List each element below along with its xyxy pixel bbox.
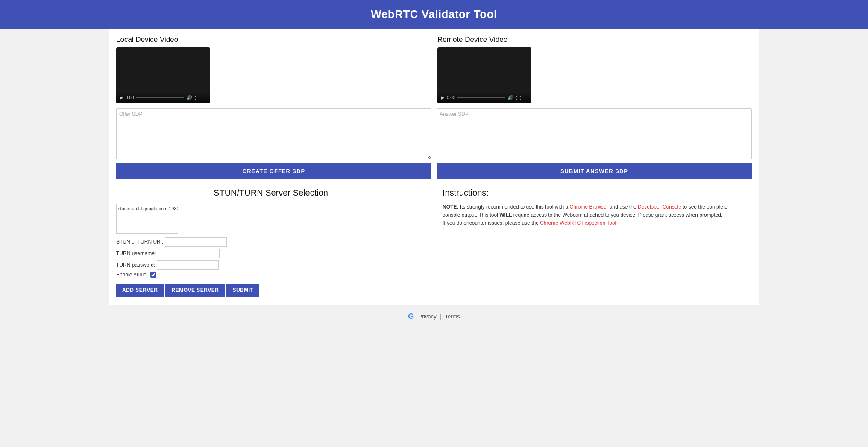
- local-menu-icon[interactable]: ⋮: [202, 95, 207, 100]
- enable-audio-checkbox[interactable]: [150, 272, 156, 278]
- privacy-link[interactable]: Privacy: [418, 313, 437, 320]
- local-time-display: 0:00: [126, 95, 134, 100]
- and-text: and use the: [608, 204, 638, 210]
- stun-submit-button[interactable]: SUBMIT: [226, 284, 259, 297]
- stun-title: STUN/TURN Server Selection: [116, 188, 425, 198]
- terms-link[interactable]: Terms: [445, 313, 460, 320]
- google-g-icon: G: [408, 312, 414, 321]
- footer-links: Privacy | Terms: [418, 313, 460, 320]
- remote-play-icon[interactable]: ▶: [441, 95, 444, 100]
- stun-servers-box[interactable]: stun:stun1.l.google.com:19302: [116, 204, 178, 234]
- stun-panel: STUN/TURN Server Selection stun:stun1.l.…: [116, 188, 438, 297]
- main-content: Local Device Video ▶ 0:00 🔊 ⛶ ⋮ Remote D…: [109, 29, 759, 305]
- turn-password-input[interactable]: [157, 260, 219, 270]
- instructions-title: Instructions:: [443, 188, 752, 198]
- stun-server-entry: stun:stun1.l.google.com:19302: [118, 206, 176, 212]
- local-video-controls: ▶ 0:00 🔊 ⛶ ⋮: [116, 92, 210, 103]
- create-offer-button[interactable]: CREATE OFFER SDP: [116, 163, 431, 179]
- offer-sdp-panel: [116, 108, 431, 159]
- local-video-label: Local Device Video: [116, 35, 431, 44]
- instructions-panel: Instructions: NOTE: Its strongly recomme…: [438, 188, 752, 297]
- note-line2: If you do encounter issues, please use t…: [443, 220, 540, 226]
- page-footer: G Privacy | Terms: [0, 305, 868, 329]
- footer-divider: |: [440, 313, 442, 320]
- local-video-player: ▶ 0:00 🔊 ⛶ ⋮: [116, 47, 210, 103]
- remote-video-label: Remote Device Video: [437, 35, 752, 44]
- note-prefix: NOTE:: [443, 204, 458, 210]
- remote-time-display: 0:00: [447, 95, 455, 100]
- webrtc-inspection-link[interactable]: Chrome WebRTC Inspection Tool: [540, 220, 616, 226]
- offer-sdp-textarea[interactable]: [116, 108, 431, 159]
- turn-password-row: TURN password:: [116, 260, 425, 270]
- remove-server-button[interactable]: REMOVE SERVER: [165, 284, 225, 297]
- submit-answer-button[interactable]: SUBMIT ANSWER SDP: [437, 163, 752, 179]
- local-volume-icon[interactable]: 🔊: [186, 95, 192, 100]
- stun-uri-input[interactable]: [165, 237, 227, 247]
- remote-fullscreen-icon[interactable]: ⛶: [516, 95, 521, 100]
- remote-menu-icon[interactable]: ⋮: [523, 95, 528, 100]
- turn-password-label: TURN password:: [116, 262, 155, 268]
- instructions-note: NOTE: Its strongly recommended to use th…: [443, 203, 733, 228]
- answer-sdp-textarea[interactable]: [437, 108, 752, 159]
- enable-audio-row: Enable Audio:: [116, 272, 425, 278]
- action-button-row: CREATE OFFER SDP SUBMIT ANSWER SDP: [116, 163, 752, 179]
- will-text: WILL: [499, 212, 512, 218]
- note-text: Its strongly recommended to use this too…: [458, 204, 569, 210]
- app-title: WebRTC Validator Tool: [0, 8, 868, 21]
- google-logo: G: [408, 312, 414, 321]
- enable-audio-label: Enable Audio:: [116, 272, 148, 278]
- remote-video-progress: [457, 97, 505, 98]
- note-end2: require access to the Webcam attached to…: [512, 212, 723, 218]
- stun-uri-row: STUN or TURN URI:: [116, 237, 425, 247]
- chrome-browser-link[interactable]: Chrome Browser: [569, 204, 608, 210]
- add-server-button[interactable]: ADD SERVER: [116, 284, 164, 297]
- remote-volume-icon[interactable]: 🔊: [507, 95, 513, 100]
- remote-video-panel: Remote Device Video ▶ 0:00 🔊 ⛶ ⋮: [434, 35, 752, 103]
- turn-username-row: TURN username:: [116, 249, 425, 258]
- app-header: WebRTC Validator Tool: [0, 0, 868, 29]
- local-play-icon[interactable]: ▶: [120, 95, 123, 100]
- developer-console-link[interactable]: Developer Console: [638, 204, 681, 210]
- remote-video-controls: ▶ 0:00 🔊 ⛶ ⋮: [437, 92, 531, 103]
- stun-uri-label: STUN or TURN URI:: [116, 239, 163, 245]
- sdp-section: [109, 103, 759, 159]
- local-fullscreen-icon[interactable]: ⛶: [195, 95, 199, 100]
- stun-buttons: ADD SERVER REMOVE SERVER SUBMIT: [116, 284, 425, 297]
- lower-section: STUN/TURN Server Selection stun:stun1.l.…: [109, 179, 759, 305]
- turn-username-input[interactable]: [158, 249, 220, 258]
- video-section: Local Device Video ▶ 0:00 🔊 ⛶ ⋮ Remote D…: [109, 29, 759, 103]
- turn-username-label: TURN username:: [116, 250, 156, 256]
- answer-sdp-panel: [437, 108, 752, 159]
- local-video-progress: [136, 97, 184, 98]
- remote-video-player: ▶ 0:00 🔊 ⛶ ⋮: [437, 47, 531, 103]
- local-video-panel: Local Device Video ▶ 0:00 🔊 ⛶ ⋮: [116, 35, 434, 103]
